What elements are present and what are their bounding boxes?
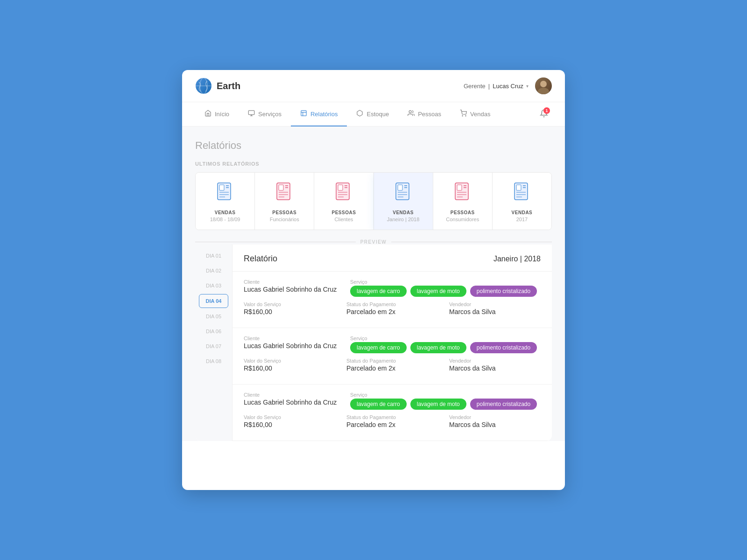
entry-seller-0: Marcos da Silva	[449, 308, 541, 315]
notification-button[interactable]: 1	[536, 105, 552, 123]
svg-point-11	[409, 111, 411, 113]
earth-logo-icon	[195, 77, 212, 94]
svg-rect-15	[219, 185, 224, 190]
nav-label-estoque: Estoque	[366, 111, 389, 118]
nav-item-vendas[interactable]: Vendas	[451, 102, 500, 126]
report-card-sub-5: 2017	[500, 217, 544, 222]
entry-bottom-row-1: Valor do Serviço R$160,00 Status do Paga…	[244, 358, 541, 372]
svg-rect-8	[301, 111, 306, 116]
report-card-1[interactable]: PESSOAS Funcionários	[255, 173, 314, 230]
entry-status-2: Parcelado em 2x	[346, 421, 438, 428]
main-nav: Início Serviços Relatórios Estoque Pesso…	[182, 102, 565, 126]
avatar-image	[535, 77, 552, 94]
sales-icon	[460, 110, 467, 118]
entry-bottom-row-2: Valor do Serviço R$160,00 Status do Paga…	[244, 414, 541, 428]
report-card-5[interactable]: VENDAS 2017	[493, 173, 551, 230]
entry-row-1: Cliente Lucas Gabriel Sobrinho da Cruz S…	[233, 328, 552, 385]
user-separator: |	[488, 83, 490, 90]
report-content: Relatório Janeiro | 2018 Cliente Lucas G…	[233, 245, 552, 441]
nav-item-relatorios[interactable]: Relatórios	[291, 102, 347, 126]
entry-client-name-1: Lucas Gabriel Sobrinho da Cruz	[244, 342, 339, 350]
nav-item-pessoas[interactable]: Pessoas	[398, 102, 451, 126]
tag-lavagem-moto-0: lavagem de moto	[410, 286, 466, 297]
svg-point-12	[462, 116, 463, 116]
day-item-05[interactable]: DIA 05	[195, 309, 232, 324]
entry-client-label-1: Cliente	[244, 336, 339, 341]
entry-value-1: R$160,00	[244, 364, 335, 372]
entry-service-field-2: Serviço lavagem de carro lavagem de moto…	[350, 392, 541, 410]
entry-client-name-2: Lucas Gabriel Sobrinho da Cruz	[244, 399, 339, 406]
svg-rect-22	[279, 185, 283, 190]
report-card-4[interactable]: PESSOAS Consumidores	[433, 173, 493, 230]
report-icon-3	[392, 181, 415, 203]
entry-service-field-1: Serviço lavagem de carro lavagem de moto…	[350, 336, 541, 353]
user-name: Lucas Cruz	[493, 83, 523, 90]
avatar[interactable]	[535, 77, 552, 94]
entry-seller-label-2: Vendedor	[449, 414, 541, 420]
day-item-04[interactable]: DIA 04	[199, 294, 228, 308]
entry-tags-1: lavagem de carro lavagem de moto polimen…	[350, 342, 541, 353]
logo-area: Earth	[195, 77, 240, 94]
stock-icon	[356, 110, 363, 118]
preview-label: PREVIEW	[360, 239, 387, 245]
report-icon-0	[214, 181, 236, 203]
entry-service-label-0: Serviço	[350, 279, 541, 285]
entry-row-0: Cliente Lucas Gabriel Sobrinho da Cruz S…	[233, 272, 552, 328]
entry-status-field-1: Status do Pagamento Parcelado em 2x	[346, 358, 438, 372]
preview-line-left	[195, 242, 356, 242]
entry-status-field-0: Status do Pagamento Parcelado em 2x	[346, 301, 438, 315]
entry-status-label-2: Status do Pagamento	[346, 414, 438, 420]
report-icon-1	[273, 181, 296, 203]
tag-lavagem-carro-0: lavagem de carro	[350, 286, 407, 297]
report-card-type-4: PESSOAS	[441, 210, 485, 215]
day-item-03[interactable]: DIA 03	[195, 278, 232, 293]
report-card-sub-2: Clientes	[322, 217, 366, 222]
day-item-08[interactable]: DIA 08	[195, 354, 232, 369]
page-title: Relatórios	[195, 140, 552, 152]
tag-lavagem-carro-1: lavagem de carro	[350, 342, 407, 353]
entry-status-0: Parcelado em 2x	[346, 308, 438, 315]
entry-client-label-2: Cliente	[244, 392, 339, 398]
tag-lavagem-moto-2: lavagem de moto	[410, 399, 466, 410]
report-card-type-0: VENDAS	[203, 210, 247, 215]
day-item-02[interactable]: DIA 02	[195, 263, 232, 278]
nav-item-inicio[interactable]: Início	[195, 102, 239, 126]
report-card-2[interactable]: PESSOAS Clientes	[314, 173, 374, 230]
people-icon	[408, 110, 415, 118]
entry-client-field-1: Cliente Lucas Gabriel Sobrinho da Cruz	[244, 336, 339, 353]
nav-label-vendas: Vendas	[470, 111, 490, 118]
report-cards-list: VENDAS 18/08 - 18/09 PESSOAS Funcionário…	[195, 172, 552, 230]
entry-row-2: Cliente Lucas Gabriel Sobrinho da Cruz S…	[233, 385, 552, 441]
section-label: ULTIMOS RELATÓRIOS	[195, 161, 552, 167]
entry-client-field-0: Cliente Lucas Gabriel Sobrinho da Cruz	[244, 279, 339, 297]
svg-rect-5	[248, 111, 254, 115]
day-item-06[interactable]: DIA 06	[195, 324, 232, 339]
nav-item-estoque[interactable]: Estoque	[347, 102, 398, 126]
report-preview: DIA 01 DIA 02 DIA 03 DIA 04 DIA 05 DIA 0…	[195, 245, 552, 441]
tag-polimento-2: polimento cristalizado	[470, 399, 537, 410]
entry-seller-label-0: Vendedor	[449, 301, 541, 307]
day-item-01[interactable]: DIA 01	[195, 248, 232, 263]
report-card-sub-1: Funcionários	[262, 217, 306, 222]
report-card-3[interactable]: VENDAS Janeiro | 2018	[374, 173, 433, 230]
nav-label-relatorios: Relatórios	[310, 111, 338, 118]
svg-point-13	[465, 116, 466, 116]
report-card-0[interactable]: VENDAS 18/08 - 18/09	[196, 173, 255, 230]
entry-seller-1: Marcos da Silva	[449, 364, 541, 372]
entry-bottom-row-0: Valor do Serviço R$160,00 Status do Paga…	[244, 301, 541, 315]
entry-value-field-2: Valor do Serviço R$160,00	[244, 414, 335, 428]
report-icon-5	[511, 181, 533, 203]
report-card-type-3: VENDAS	[381, 210, 425, 215]
entry-value-label-2: Valor do Serviço	[244, 414, 335, 420]
entry-value-field-0: Valor do Serviço R$160,00	[244, 301, 335, 315]
entry-tags-2: lavagem de carro lavagem de moto polimen…	[350, 399, 541, 410]
svg-point-3	[540, 81, 547, 87]
report-card-type-5: VENDAS	[500, 210, 544, 215]
user-role: Gerente	[464, 83, 486, 90]
tag-polimento-0: polimento cristalizado	[470, 286, 537, 297]
day-item-07[interactable]: DIA 07	[195, 339, 232, 354]
report-icon-4	[451, 181, 474, 203]
chevron-down-icon[interactable]: ▾	[526, 84, 529, 89]
nav-item-servicos[interactable]: Serviços	[239, 102, 291, 126]
entry-value-label-0: Valor do Serviço	[244, 301, 335, 307]
